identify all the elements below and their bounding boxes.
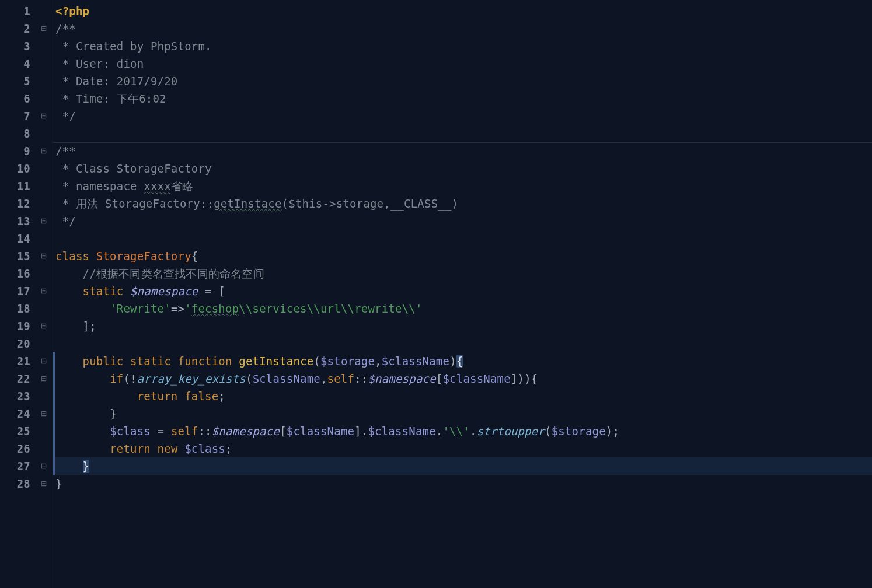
fold-marker[interactable]	[35, 387, 53, 405]
doc-comment: * Created by PhpStorm.	[55, 40, 212, 52]
php-open-tag: <?php	[55, 5, 89, 18]
keyword-static: static	[83, 285, 130, 298]
code-line[interactable]: return false;	[55, 387, 872, 405]
fold-marker[interactable]	[35, 90, 53, 107]
fold-marker[interactable]: ⊟	[35, 370, 53, 387]
line-number: 15	[0, 247, 35, 265]
fold-gutter: ⊟ ⊟ ⊟ ⊟ ⊟ ⊟ ⊟ ⊟ ⊟ ⊟ ⊟ ⊟	[35, 0, 53, 588]
line-number: 2	[0, 20, 35, 37]
fold-marker[interactable]: ⊟	[35, 107, 53, 125]
fold-marker[interactable]	[35, 72, 53, 90]
code-line[interactable]	[55, 125, 872, 142]
code-line[interactable]: */	[55, 212, 872, 230]
keyword-return: return	[137, 390, 184, 402]
variable: $className	[442, 372, 510, 385]
line-number: 11	[0, 177, 35, 195]
fold-marker[interactable]	[35, 177, 53, 195]
code-line[interactable]: $class = self::$namespace[$className].$c…	[55, 422, 872, 440]
brace: }	[55, 477, 62, 490]
fold-marker[interactable]	[35, 2, 53, 20]
line-number: 13	[0, 212, 35, 230]
code-line[interactable]: if(!array_key_exists($className,self::$n…	[55, 370, 872, 387]
vcs-change-marker[interactable]	[53, 422, 55, 440]
code-line[interactable]: /**	[55, 20, 872, 37]
fold-marker[interactable]	[35, 265, 53, 282]
code-line[interactable]: }	[55, 405, 872, 422]
semicolon: ;	[225, 442, 232, 455]
fold-marker[interactable]: ⊟	[35, 352, 53, 370]
code-line[interactable]: * Created by PhpStorm.	[55, 37, 872, 55]
brace: }	[110, 407, 117, 420]
line-number: 20	[0, 335, 35, 352]
variable: $class	[110, 425, 151, 438]
code-line[interactable]: * namespace xxxx省略	[55, 177, 872, 195]
vcs-change-marker[interactable]	[53, 352, 55, 370]
line-number: 5	[0, 72, 35, 90]
line-number: 28	[0, 475, 35, 492]
fold-marker[interactable]	[35, 300, 53, 317]
vcs-change-marker[interactable]	[53, 387, 55, 405]
vcs-change-marker[interactable]	[53, 457, 55, 475]
code-line[interactable]: * Date: 2017/9/20	[55, 72, 872, 90]
fold-marker[interactable]	[35, 160, 53, 177]
matched-brace: {	[456, 355, 463, 368]
code-line[interactable]: //根据不同类名查找不同的命名空间	[55, 265, 872, 282]
keyword-function: function	[178, 355, 239, 368]
code-line[interactable]: * 用法 StorageFactory::getInstace($this->s…	[55, 195, 872, 212]
fold-marker[interactable]: ⊟	[35, 317, 53, 335]
vcs-change-marker[interactable]	[53, 405, 55, 422]
code-line[interactable]: static $namespace = [	[55, 282, 872, 300]
line-number: 9	[0, 142, 35, 160]
bracket: [	[280, 425, 287, 438]
vcs-change-marker[interactable]	[53, 370, 55, 387]
doc-comment: /**	[55, 145, 76, 158]
paren: )	[449, 355, 456, 368]
fold-marker[interactable]: ⊟	[35, 20, 53, 37]
line-number: 18	[0, 300, 35, 317]
code-line[interactable]: * Time: 下午6:02	[55, 90, 872, 107]
fold-marker[interactable]	[35, 195, 53, 212]
fold-marker[interactable]	[35, 440, 53, 457]
fold-marker[interactable]: ⊟	[35, 475, 53, 492]
code-line[interactable]: return new $class;	[55, 440, 872, 457]
fold-marker[interactable]	[35, 55, 53, 72]
line-number: 17	[0, 282, 35, 300]
code-line[interactable]: * Class StorageFactory	[55, 160, 872, 177]
fold-marker[interactable]	[35, 230, 53, 247]
line-number: 22	[0, 370, 35, 387]
code-line[interactable]: }	[55, 475, 872, 492]
line-number: 27	[0, 457, 35, 475]
fold-marker[interactable]	[35, 37, 53, 55]
code-line[interactable]: * User: dion	[55, 55, 872, 72]
keyword-self: self	[327, 372, 355, 385]
variable: $className	[253, 372, 320, 385]
fold-marker[interactable]	[35, 422, 53, 440]
fold-marker[interactable]: ⊟	[35, 212, 53, 230]
operator: =	[151, 425, 171, 438]
vcs-change-marker[interactable]	[53, 440, 55, 457]
code-line[interactable]: class StorageFactory{	[55, 247, 872, 265]
doc-comment: */	[55, 215, 76, 228]
scope-operator: ::	[354, 372, 368, 385]
fold-marker[interactable]	[35, 335, 53, 352]
variable: $namespace	[212, 425, 280, 438]
fold-marker[interactable]: ⊟	[35, 457, 53, 475]
line-number-gutter: 1 2 3 4 5 6 7 8 9 10 11 12 13 14 15 16 1…	[0, 0, 35, 588]
code-line[interactable]	[55, 230, 872, 247]
fold-marker[interactable]: ⊟	[35, 247, 53, 265]
fold-marker[interactable]: ⊟	[35, 142, 53, 160]
fold-marker[interactable]: ⊟	[35, 405, 53, 422]
fold-marker[interactable]	[35, 125, 53, 142]
code-editor[interactable]: 1 2 3 4 5 6 7 8 9 10 11 12 13 14 15 16 1…	[0, 0, 872, 588]
code-text-area[interactable]: <?php /** * Created by PhpStorm. * User:…	[53, 0, 872, 588]
code-line[interactable]: public static function getInstance($stor…	[55, 352, 872, 370]
code-line[interactable]: /**	[55, 142, 872, 160]
code-line[interactable]: */	[55, 107, 872, 125]
code-line[interactable]: }	[55, 457, 872, 475]
fold-marker[interactable]: ⊟	[35, 282, 53, 300]
code-line[interactable]: ];	[55, 317, 872, 335]
code-line[interactable]: 'Rewrite'=>'fecshop\\services\\url\\rewr…	[55, 300, 872, 317]
semicolon: ;	[218, 390, 225, 402]
code-line[interactable]	[55, 335, 872, 352]
code-line[interactable]: <?php	[55, 2, 872, 20]
